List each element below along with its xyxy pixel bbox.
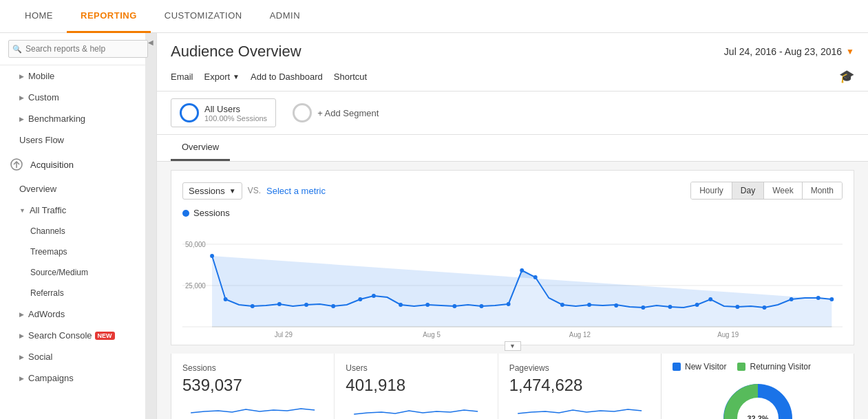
sidebar-item-search-console[interactable]: ▶ Search Console NEW <box>0 325 156 346</box>
time-btn-month[interactable]: Month <box>803 182 842 199</box>
sidebar-item-social[interactable]: ▶ Social <box>0 346 156 367</box>
sidebar-item-all-traffic[interactable]: ▼ All Traffic <box>0 200 156 221</box>
time-btn-week[interactable]: Week <box>764 182 802 199</box>
sidebar-item-label: Channels <box>30 226 65 236</box>
svg-point-16 <box>425 303 430 307</box>
sidebar-item-referrals[interactable]: Referrals <box>0 283 156 303</box>
sidebar-item-label: Mobile <box>28 71 54 81</box>
sidebar-item-acq-overview[interactable]: Overview <box>0 178 156 200</box>
acquisition-icon <box>8 156 25 173</box>
sidebar-item-custom[interactable]: ▶ Custom <box>0 87 156 108</box>
svg-point-32 <box>816 296 821 300</box>
metric-selector: Sessions ▼ VS. Select a metric <box>182 182 326 200</box>
nav-reporting[interactable]: REPORTING <box>67 0 151 33</box>
chart-expand-btn[interactable]: ▼ <box>505 341 521 351</box>
arrow-icon: ▶ <box>19 375 24 382</box>
nav-customization[interactable]: CUSTOMIZATION <box>151 0 256 33</box>
svg-point-28 <box>708 297 712 301</box>
svg-point-29 <box>735 305 739 309</box>
sidebar-collapse-btn[interactable]: ◀ <box>145 33 156 419</box>
sidebar-item-label: Benchmarking <box>28 114 85 124</box>
stat-users: Users 401,918 <box>335 354 498 419</box>
arrow-icon: ▶ <box>19 94 24 101</box>
svg-point-27 <box>695 303 699 307</box>
svg-point-26 <box>668 305 673 309</box>
segment-bar: All Users 100.00% Sessions + Add Segment <box>157 92 868 135</box>
svg-text:32.2%: 32.2% <box>747 414 768 419</box>
sidebar-item-label: Custom <box>28 92 59 103</box>
time-btn-hourly[interactable]: Hourly <box>691 182 732 199</box>
metric-dropdown[interactable]: Sessions ▼ <box>182 182 242 200</box>
metric-label: Sessions <box>189 186 225 196</box>
sidebar-item-label: AdWords <box>28 309 65 319</box>
svg-point-33 <box>829 297 834 301</box>
chart-controls: Sessions ▼ VS. Select a metric Hourly Da… <box>182 182 843 200</box>
returning-visitor-label: Returning Visitor <box>750 362 811 372</box>
sidebar-item-adwords[interactable]: ▶ AdWords <box>0 303 156 325</box>
time-btn-day[interactable]: Day <box>732 182 764 199</box>
search-icon: 🔍 <box>12 45 22 54</box>
sidebar-item-campaigns[interactable]: ▶ Campaigns <box>0 367 156 389</box>
export-arrow-icon: ▼ <box>233 73 240 80</box>
nav-admin[interactable]: ADMIN <box>256 0 314 33</box>
pie-legend: New Visitor Returning Visitor <box>673 362 843 372</box>
sidebar-item-label: Campaigns <box>28 373 74 383</box>
all-users-segment[interactable]: All Users 100.00% Sessions <box>171 98 276 127</box>
chart-container: Sessions ▼ VS. Select a metric Hourly Da… <box>171 170 854 345</box>
export-button[interactable]: Export ▼ <box>204 72 240 82</box>
sidebar-acquisition-label: Acquisition <box>30 160 74 170</box>
graduation-cap-icon[interactable]: 🎓 <box>839 69 854 84</box>
tab-bar: Overview <box>157 135 868 162</box>
svg-point-11 <box>304 303 308 307</box>
svg-point-23 <box>587 303 591 307</box>
export-label: Export <box>204 72 231 82</box>
sidebar-item-benchmarking[interactable]: ▶ Benchmarking <box>0 108 156 129</box>
search-box-container: 🔍 <box>0 33 156 65</box>
svg-point-30 <box>763 305 767 310</box>
sidebar-item-label: Referrals <box>30 288 64 298</box>
arrow-icon: ▶ <box>19 354 24 361</box>
tab-overview[interactable]: Overview <box>171 135 230 161</box>
stat-sessions: Sessions 539,037 <box>171 354 335 419</box>
svg-point-19 <box>507 302 511 306</box>
sidebar-item-treemaps[interactable]: Treemaps <box>0 241 156 262</box>
sidebar-item-label: Users Flow <box>19 135 64 145</box>
pie-legend-returning-visitor: Returning Visitor <box>737 362 811 372</box>
svg-point-9 <box>251 304 255 308</box>
shortcut-button[interactable]: Shortcut <box>334 72 367 82</box>
add-segment-circle-icon <box>293 103 312 122</box>
vs-label: VS. <box>248 186 261 195</box>
add-to-dashboard-button[interactable]: Add to Dashboard <box>251 72 323 82</box>
search-input[interactable] <box>8 40 148 58</box>
stat-pageviews-value: 1,474,628 <box>509 376 650 395</box>
date-range-arrow-icon: ▼ <box>846 47 854 56</box>
email-button[interactable]: Email <box>171 72 193 82</box>
stat-users-value: 401,918 <box>346 376 486 395</box>
legend-label: Sessions <box>193 208 230 218</box>
svg-point-14 <box>372 294 376 298</box>
sidebar-item-acquisition[interactable]: Acquisition <box>0 151 156 178</box>
nav-home[interactable]: HOME <box>11 0 67 33</box>
sidebar-item-label: Treemaps <box>30 247 67 257</box>
date-range-picker[interactable]: Jul 24, 2016 - Aug 23, 2016 ▼ <box>724 46 854 57</box>
chart-legend: Sessions <box>182 208 843 218</box>
svg-point-24 <box>614 303 618 308</box>
svg-text:50,000: 50,000 <box>185 241 206 248</box>
main-layout: ◀ 🔍 ▶ Mobile ▶ Custom ▶ Benchmarking Use… <box>0 33 868 419</box>
sidebar-item-users-flow[interactable]: Users Flow <box>0 129 156 151</box>
add-segment-btn[interactable]: + Add Segment <box>284 98 387 127</box>
stat-sessions-label: Sessions <box>182 363 323 373</box>
select-metric-btn[interactable]: Select a metric <box>266 186 326 196</box>
action-bar: Email Export ▼ Add to Dashboard Shortcut… <box>171 69 854 91</box>
sidebar-item-channels[interactable]: Channels <box>0 221 156 241</box>
sidebar-item-source-medium[interactable]: Source/Medium <box>0 262 156 283</box>
svg-text:Aug 19: Aug 19 <box>717 331 739 339</box>
arrow-icon: ▶ <box>19 73 24 80</box>
arrow-icon: ▶ <box>19 116 24 122</box>
svg-point-18 <box>480 304 484 308</box>
add-segment-label: + Add Segment <box>317 108 379 118</box>
segment-circle-icon <box>180 103 199 122</box>
svg-point-17 <box>452 304 456 308</box>
metric-dropdown-arrow-icon: ▼ <box>229 187 236 195</box>
sidebar-item-mobile[interactable]: ▶ Mobile <box>0 65 156 87</box>
